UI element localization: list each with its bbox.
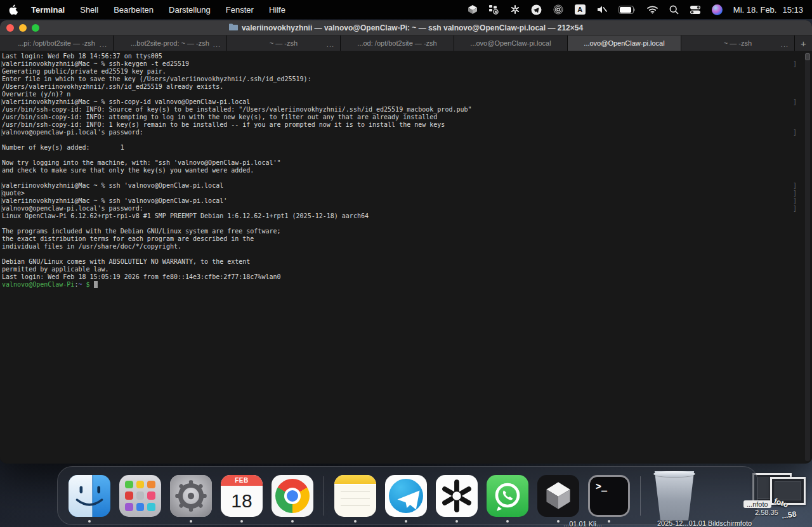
terminal-app-icon: >_	[588, 475, 630, 517]
tab-overflow-indicator: ...	[100, 41, 107, 48]
running-indicator	[455, 520, 458, 523]
desktop-file-label[interactable]: 2025-12...01.01 Bildschirmfoto	[657, 519, 752, 527]
terminal-line	[2, 220, 812, 228]
menu-item-bearbeiten[interactable]: Bearbeiten	[114, 5, 154, 15]
menu-bar: TerminalShellBearbeitenDarstellungFenste…	[0, 0, 812, 19]
window-title-bar[interactable]: valeriinovokhyzhnii — valnovo@OpenClaw-P…	[0, 20, 812, 36]
telegram-icon[interactable]	[531, 4, 542, 15]
terminal-tab[interactable]: ...ovo@OpenClaw-pi.local	[454, 36, 568, 51]
terminal-tab-active[interactable]: ...ovo@OpenClaw-pi.local	[568, 36, 681, 51]
running-indicator	[240, 520, 243, 523]
terminal-output: Last login: Wed Feb 18 14:56:37 on ttys0…	[0, 51, 812, 463]
apple-menu-icon[interactable]	[9, 4, 18, 15]
minimize-button[interactable]	[19, 24, 27, 32]
chatgpt-icon[interactable]	[510, 4, 520, 15]
trash-rim	[653, 471, 696, 477]
terminal-line: /usr/bin/ssh-copy-id: INFO: 1 key(s) rem…	[2, 121, 812, 129]
mute-icon[interactable]	[596, 4, 608, 15]
scrollbar-thumb[interactable]	[805, 53, 810, 60]
zoom-button[interactable]	[32, 24, 39, 32]
scrollbar[interactable]	[805, 53, 810, 461]
terminal-line: and check to make sure that only the key…	[2, 167, 812, 174]
close-button[interactable]	[6, 24, 14, 32]
dock-item-terminal[interactable]: >_	[588, 475, 630, 517]
spotlight-icon[interactable]	[669, 4, 679, 15]
terminal-line: Number of key(s) added: 1	[2, 144, 812, 152]
terminal-line	[2, 136, 812, 144]
running-indicator	[405, 520, 407, 523]
wifi-icon[interactable]	[646, 4, 658, 15]
battery-icon[interactable]	[619, 4, 636, 15]
dock-item-settings[interactable]	[170, 475, 212, 517]
menu-item-shell[interactable]: Shell	[80, 5, 98, 15]
trash-icon	[650, 471, 698, 521]
extensions-icon[interactable]	[488, 4, 499, 15]
menu-bar-status: A Mi. 18. Feb. 15:13	[468, 4, 803, 15]
launchpad-icon	[119, 475, 161, 517]
terminal-line: The programs included with the Debian GN…	[2, 228, 812, 235]
terminal-tab[interactable]: ~ — -zsh...	[227, 36, 341, 51]
dock-item-telegram[interactable]	[385, 475, 427, 517]
notes-top-bar	[334, 475, 376, 485]
running-indicator	[608, 520, 610, 523]
terminal-line: valeriinovokhyzhnii@Mac ~ % ssh 'valnovo…	[2, 182, 812, 190]
tab-label: ~ — -zsh	[724, 39, 752, 47]
terminal-tab[interactable]: ~ — -zsh...	[681, 36, 795, 51]
terminal-tab[interactable]: ...bot2site-prod: ~ — -zsh...	[114, 36, 227, 51]
control-center-icon[interactable]	[690, 4, 701, 15]
terminal-line: /usr/bin/ssh-copy-id: INFO: attempting t…	[2, 114, 812, 121]
dock-item-chrome[interactable]	[272, 475, 313, 517]
menu-bar-clock[interactable]: Mi. 18. Feb. 15:13	[733, 5, 803, 15]
notes-rule	[341, 505, 370, 506]
desktop-file-label[interactable]: ...58	[781, 509, 797, 520]
terminal-line: Last login: Wed Feb 18 15:05:19 2026 fro…	[2, 273, 812, 281]
whatsapp-icon	[487, 475, 528, 517]
terminal-tab[interactable]: ...od: /opt/bot2site — -zsh	[341, 36, 454, 51]
telegram-icon	[385, 475, 427, 517]
terminal-line: valeriinovokhyzhnii@Mac ~ % ssh-copy-id …	[2, 98, 812, 106]
input-source-icon[interactable]: A	[575, 4, 586, 15]
dock-item-orbstack[interactable]	[537, 475, 579, 517]
menu-bar-date: Mi. 18. Feb.	[733, 5, 777, 15]
terminal-line: valnovo@openclaw-pi.local's password:	[2, 205, 812, 212]
dock-item-finder[interactable]	[69, 475, 110, 517]
dock-item-launchpad[interactable]	[119, 475, 161, 517]
network-rings-icon[interactable]	[553, 4, 564, 15]
tab-overflow-indicator: ...	[327, 41, 334, 48]
desktop-file-label[interactable]: ...nfoto	[743, 500, 771, 508]
terminal-tab[interactable]: ...pi: /opt/bot2site — -zsh...	[0, 36, 114, 51]
running-indicator	[354, 520, 357, 523]
chrome-blue-center	[287, 490, 298, 502]
dock-item-calendar[interactable]: FEB18	[221, 475, 263, 517]
tab-label: ...bot2site-prod: ~ — -zsh	[131, 39, 209, 47]
menu-item-darstellung[interactable]: Darstellung	[169, 5, 211, 15]
new-tab-button[interactable]: +	[795, 36, 812, 51]
desktop-file-label[interactable]: ...01.01 Kli...	[563, 520, 602, 527]
running-indicator	[557, 520, 560, 523]
dock-item-trash[interactable]	[650, 471, 698, 521]
terminal-line: quote>	[2, 190, 812, 197]
dock-item-whatsapp[interactable]	[487, 475, 528, 517]
menu-item-hilfe[interactable]: Hilfe	[269, 5, 285, 15]
menu-bar-time: 15:13	[782, 5, 803, 15]
dock-item-chatgpt[interactable]	[436, 475, 478, 517]
tab-bar: ...pi: /opt/bot2site — -zsh......bot2sit…	[0, 36, 812, 51]
tab-overflow-indicator: ...	[781, 41, 789, 48]
menu-item-fenster[interactable]: Fenster	[226, 5, 254, 15]
running-indicator	[190, 520, 192, 523]
menu-item-terminal[interactable]: Terminal	[31, 5, 65, 15]
launchpad-grid	[125, 481, 155, 511]
tab-label: ...ovo@OpenClaw-pi.local	[584, 39, 664, 47]
terminal-line: valnovo@OpenClaw-Pi:~ $	[2, 281, 812, 289]
terminal-line: the exact distribution terms for each pr…	[2, 235, 812, 243]
dock-item-notes[interactable]	[334, 475, 376, 517]
terminal-line: individual files in /usr/share/doc/*/cop…	[2, 243, 812, 250]
terminal-line: Last login: Wed Feb 18 14:56:37 on ttys0…	[2, 53, 812, 60]
notes-rule	[341, 491, 370, 492]
terminal-line: Debian GNU/Linux comes with ABSOLUTELY N…	[2, 258, 812, 266]
orbstack-icon[interactable]	[468, 4, 478, 15]
tab-label: ...pi: /opt/bot2site — -zsh	[18, 39, 95, 47]
siri-icon[interactable]	[712, 4, 723, 15]
desktop-file-label[interactable]: 2.58.35	[755, 509, 778, 516]
folder-icon	[229, 23, 238, 32]
